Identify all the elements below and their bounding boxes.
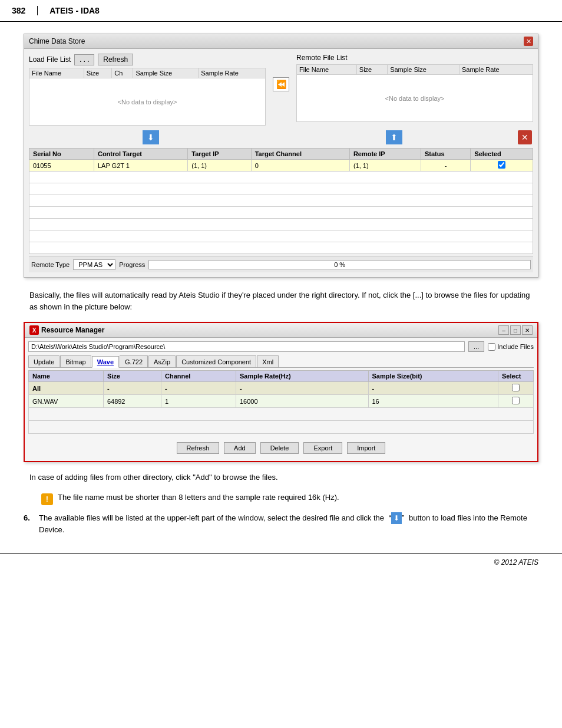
- all-size: -: [103, 382, 161, 395]
- item-number: 6.: [24, 512, 35, 536]
- empty-row-5: [29, 219, 533, 230]
- device-row: 01055 LAP G2T 1 (1, 1) 0 (1, 1) -: [29, 160, 533, 172]
- resource-actions: Refresh Add Delete Export Import: [28, 439, 534, 457]
- resource-export-button[interactable]: Export: [303, 442, 342, 454]
- all-select-checkbox[interactable]: [512, 384, 520, 391]
- device-control-target: LAP G2T 1: [94, 160, 187, 172]
- no-data-remote: <No data to display>: [297, 75, 533, 122]
- download-to-device-button[interactable]: ⬇: [141, 129, 160, 146]
- file-lists-row: Load File List ... Refresh File Name Siz…: [29, 54, 533, 126]
- minimize-button[interactable]: –: [498, 325, 509, 335]
- remote-file-header: Remote File List: [296, 54, 533, 62]
- path-browse-button[interactable]: ...: [468, 341, 484, 352]
- dcol-selected: Selected: [471, 149, 533, 160]
- col-ch: Ch: [112, 68, 133, 78]
- dcol-target-ip: Target IP: [188, 149, 251, 160]
- footer-text: © 2012 ATEIS: [494, 558, 538, 566]
- body-text-2: In case of adding files from other direc…: [29, 472, 538, 483]
- device-target-channel: 0: [251, 160, 349, 172]
- rcol-size: Size: [103, 371, 161, 382]
- restore-button[interactable]: □: [510, 325, 521, 335]
- rcol-select: Select: [498, 371, 534, 382]
- close-button[interactable]: ✕: [524, 37, 533, 46]
- tab-g722[interactable]: G.722: [120, 355, 148, 367]
- tab-customized-component[interactable]: Customized Component: [176, 355, 256, 367]
- resource-refresh-button[interactable]: Refresh: [177, 442, 220, 454]
- numbered-item-6: 6. The available files will be listed at…: [24, 512, 538, 536]
- remote-file-label: Remote File List: [296, 54, 348, 62]
- tab-wave[interactable]: Wave: [92, 356, 119, 368]
- resource-titlebar: X Resource Manager – □ ✕: [25, 323, 537, 338]
- no-data-load: <No data to display>: [29, 78, 266, 126]
- resource-table: Name Size Channel Sample Rate(Hz) Sample…: [28, 370, 534, 434]
- resource-add-button[interactable]: Add: [224, 442, 256, 454]
- resource-body: ... Include Files Update Bitmap Wave G.7…: [25, 338, 537, 461]
- action-icons-row: ⬇ ⬆ ✕: [29, 129, 533, 146]
- rcol-sample-rate: Sample Rate: [459, 65, 533, 75]
- load-file-table: File Name Size Ch Sample Size Sample Rat…: [29, 68, 266, 126]
- window-controls: – □ ✕: [498, 325, 533, 335]
- file-row-gnwav: GN.WAV 64892 1 16000 16: [29, 395, 534, 408]
- dcol-control-target: Control Target: [94, 149, 187, 160]
- chime-data-store-dialog: Chime Data Store ✕ Load File List ... Re…: [24, 34, 538, 278]
- file-sample-size: 16: [368, 395, 498, 408]
- upload-from-device-button[interactable]: ⬆: [385, 129, 404, 146]
- include-files-label: Include Files: [488, 343, 534, 351]
- device-selected-checkbox[interactable]: [498, 161, 505, 169]
- warning-icon: !: [41, 493, 53, 505]
- device-table: Serial No Control Target Target IP Targe…: [29, 148, 533, 254]
- dcol-target-channel: Target Channel: [251, 149, 349, 160]
- resource-delete-button[interactable]: Delete: [260, 442, 299, 454]
- empty-row-1: [29, 172, 533, 183]
- transfer-arrow-button[interactable]: ⏪: [273, 77, 289, 91]
- resource-empty-row-2: [29, 421, 534, 434]
- page-number: 382: [12, 6, 38, 15]
- body-text-1: Basically, the files will automatically …: [29, 289, 538, 312]
- include-files-checkbox[interactable]: [488, 343, 495, 351]
- close-window-button[interactable]: ✕: [522, 325, 533, 335]
- load-file-list-section: Load File List ... Refresh File Name Siz…: [29, 54, 266, 126]
- remote-file-list-section: Remote File List File Name Size Sample S…: [296, 54, 533, 122]
- tab-xml[interactable]: Xml: [257, 355, 279, 367]
- main-content: Chime Data Store ✕ Load File List ... Re…: [0, 34, 562, 535]
- tab-bitmap[interactable]: Bitmap: [60, 355, 91, 367]
- remote-type-select[interactable]: PPM AS: [73, 259, 115, 270]
- inline-download-icon: ⬇: [391, 512, 402, 524]
- all-sample-rate: -: [236, 382, 368, 395]
- dcol-remote-ip: Remote IP: [349, 149, 421, 160]
- delete-remote-button[interactable]: ✕: [517, 129, 533, 146]
- resource-title-left: X Resource Manager: [29, 325, 104, 335]
- resource-title-text: Resource Manager: [41, 326, 104, 334]
- resource-empty-row-1: [29, 408, 534, 421]
- delete-icon-container: ✕: [515, 129, 533, 146]
- device-serial: 01055: [29, 160, 94, 172]
- bottom-bar: Remote Type PPM AS Progress 0 %: [29, 256, 533, 272]
- resource-import-button[interactable]: Import: [347, 442, 385, 454]
- all-channel: -: [161, 382, 236, 395]
- progress-bar: 0 %: [148, 260, 531, 269]
- warning-row: ! The file name must be shorter than 8 l…: [41, 493, 538, 505]
- tab-update[interactable]: Update: [28, 355, 59, 367]
- all-row: All - - - -: [29, 382, 534, 395]
- rcol-name: Name: [29, 371, 104, 382]
- remote-type-label: Remote Type: [31, 261, 70, 268]
- delete-icon: ✕: [518, 130, 532, 144]
- tab-aszip[interactable]: AsZip: [148, 355, 176, 367]
- browse-button[interactable]: ...: [74, 54, 94, 65]
- chime-titlebar: Chime Data Store ✕: [24, 34, 538, 49]
- empty-row-4: [29, 207, 533, 219]
- file-select-checkbox[interactable]: [512, 397, 520, 404]
- refresh-button[interactable]: Refresh: [98, 54, 133, 65]
- resource-manager-dialog: X Resource Manager – □ ✕ ... Include Fil…: [24, 322, 538, 462]
- item-inline-icon: “⬇”: [389, 512, 405, 524]
- page-header: 382 ATEIS - IDA8: [0, 0, 562, 22]
- col-filename: File Name: [29, 68, 84, 78]
- path-input[interactable]: [28, 341, 465, 352]
- rcol-size: Size: [356, 65, 387, 75]
- device-remote-ip: (1, 1): [349, 160, 421, 172]
- item-text-before: The available files will be listed at th…: [39, 513, 384, 522]
- all-sample-size: -: [368, 382, 498, 395]
- path-row: ... Include Files: [28, 341, 534, 352]
- load-file-header: Load File List ... Refresh: [29, 54, 266, 65]
- include-files-text: Include Files: [497, 343, 534, 350]
